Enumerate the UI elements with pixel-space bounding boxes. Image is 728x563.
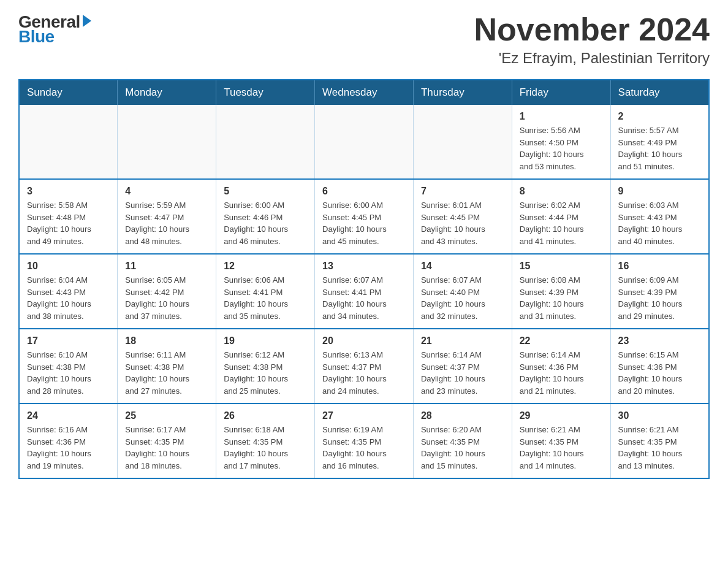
day-info: Sunrise: 5:57 AMSunset: 4:49 PMDaylight:… [618, 124, 701, 172]
calendar-cell: 23Sunrise: 6:15 AMSunset: 4:36 PMDayligh… [610, 329, 709, 404]
day-number: 10 [27, 261, 110, 272]
weekday-header-friday: Friday [512, 80, 610, 105]
day-info: Sunrise: 6:00 AMSunset: 4:45 PMDaylight:… [322, 199, 406, 247]
day-number: 21 [421, 335, 504, 347]
weekday-header-saturday: Saturday [610, 80, 709, 105]
weekday-header-thursday: Thursday [413, 80, 512, 105]
calendar-cell: 2Sunrise: 5:57 AMSunset: 4:49 PMDaylight… [610, 105, 709, 179]
calendar-cell: 10Sunrise: 6:04 AMSunset: 4:43 PMDayligh… [19, 254, 118, 329]
day-info: Sunrise: 6:03 AMSunset: 4:43 PMDaylight:… [618, 199, 701, 247]
calendar-cell: 8Sunrise: 6:02 AMSunset: 4:44 PMDaylight… [512, 179, 610, 254]
day-number: 16 [618, 261, 701, 272]
day-info: Sunrise: 6:06 AMSunset: 4:41 PMDaylight:… [224, 274, 307, 322]
day-number: 9 [618, 186, 701, 197]
calendar-cell: 29Sunrise: 6:21 AMSunset: 4:35 PMDayligh… [512, 404, 610, 478]
day-info: Sunrise: 6:10 AMSunset: 4:38 PMDaylight:… [27, 349, 110, 397]
day-info: Sunrise: 5:59 AMSunset: 4:47 PMDaylight:… [125, 199, 208, 247]
calendar-cell [315, 105, 414, 179]
day-info: Sunrise: 6:17 AMSunset: 4:35 PMDaylight:… [125, 424, 208, 472]
day-info: Sunrise: 6:01 AMSunset: 4:45 PMDaylight:… [421, 199, 504, 247]
day-number: 15 [520, 261, 603, 272]
weekday-header-monday: Monday [118, 80, 216, 105]
calendar-cell: 28Sunrise: 6:20 AMSunset: 4:35 PMDayligh… [413, 404, 512, 478]
calendar-cell: 16Sunrise: 6:09 AMSunset: 4:39 PMDayligh… [610, 254, 709, 329]
calendar-cell: 21Sunrise: 6:14 AMSunset: 4:37 PMDayligh… [413, 329, 512, 404]
weekday-header-tuesday: Tuesday [216, 80, 315, 105]
calendar-cell [216, 105, 315, 179]
logo-triangle-icon [83, 15, 91, 27]
day-number: 12 [224, 261, 307, 272]
week-row-1: 1Sunrise: 5:56 AMSunset: 4:50 PMDaylight… [19, 105, 709, 179]
day-number: 11 [125, 261, 208, 272]
day-number: 18 [125, 335, 208, 347]
day-info: Sunrise: 6:02 AMSunset: 4:44 PMDaylight:… [520, 199, 603, 247]
calendar-cell: 14Sunrise: 6:07 AMSunset: 4:40 PMDayligh… [413, 254, 512, 329]
calendar-cell: 5Sunrise: 6:00 AMSunset: 4:46 PMDaylight… [216, 179, 315, 254]
title-section: November 2024 'Ez Efrayim, Palestinian T… [474, 12, 710, 67]
calendar-cell: 9Sunrise: 6:03 AMSunset: 4:43 PMDaylight… [610, 179, 709, 254]
calendar-cell: 7Sunrise: 6:01 AMSunset: 4:45 PMDaylight… [413, 179, 512, 254]
day-info: Sunrise: 6:21 AMSunset: 4:35 PMDaylight:… [618, 424, 701, 472]
day-info: Sunrise: 6:05 AMSunset: 4:42 PMDaylight:… [125, 274, 208, 322]
calendar-cell: 27Sunrise: 6:19 AMSunset: 4:35 PMDayligh… [315, 404, 414, 478]
calendar-header-row: SundayMondayTuesdayWednesdayThursdayFrid… [19, 80, 709, 105]
calendar-cell: 19Sunrise: 6:12 AMSunset: 4:38 PMDayligh… [216, 329, 315, 404]
day-number: 2 [618, 111, 701, 122]
calendar-cell: 12Sunrise: 6:06 AMSunset: 4:41 PMDayligh… [216, 254, 315, 329]
day-number: 3 [27, 186, 110, 197]
calendar-cell: 4Sunrise: 5:59 AMSunset: 4:47 PMDaylight… [118, 179, 216, 254]
month-title: November 2024 [474, 12, 710, 47]
day-info: Sunrise: 6:11 AMSunset: 4:38 PMDaylight:… [125, 349, 208, 397]
calendar-cell: 3Sunrise: 5:58 AMSunset: 4:48 PMDaylight… [19, 179, 118, 254]
calendar-cell: 15Sunrise: 6:08 AMSunset: 4:39 PMDayligh… [512, 254, 610, 329]
day-number: 27 [322, 410, 406, 421]
week-row-2: 3Sunrise: 5:58 AMSunset: 4:48 PMDaylight… [19, 179, 709, 254]
weekday-header-wednesday: Wednesday [315, 80, 414, 105]
calendar-cell: 24Sunrise: 6:16 AMSunset: 4:36 PMDayligh… [19, 404, 118, 478]
day-info: Sunrise: 6:08 AMSunset: 4:39 PMDaylight:… [520, 274, 603, 322]
day-number: 14 [421, 261, 504, 272]
day-info: Sunrise: 6:15 AMSunset: 4:36 PMDaylight:… [618, 349, 701, 397]
day-number: 19 [224, 335, 307, 347]
calendar-cell [413, 105, 512, 179]
day-info: Sunrise: 6:20 AMSunset: 4:35 PMDaylight:… [421, 424, 504, 472]
day-info: Sunrise: 6:16 AMSunset: 4:36 PMDaylight:… [27, 424, 110, 472]
day-number: 1 [520, 111, 603, 122]
day-number: 17 [27, 335, 110, 347]
day-info: Sunrise: 6:00 AMSunset: 4:46 PMDaylight:… [224, 199, 307, 247]
calendar-cell: 18Sunrise: 6:11 AMSunset: 4:38 PMDayligh… [118, 329, 216, 404]
day-info: Sunrise: 5:58 AMSunset: 4:48 PMDaylight:… [27, 199, 110, 247]
calendar-cell: 22Sunrise: 6:14 AMSunset: 4:36 PMDayligh… [512, 329, 610, 404]
logo: General Blue [18, 12, 91, 47]
calendar-cell [19, 105, 118, 179]
week-row-4: 17Sunrise: 6:10 AMSunset: 4:38 PMDayligh… [19, 329, 709, 404]
calendar-cell: 25Sunrise: 6:17 AMSunset: 4:35 PMDayligh… [118, 404, 216, 478]
day-info: Sunrise: 6:04 AMSunset: 4:43 PMDaylight:… [27, 274, 110, 322]
logo-blue-text: Blue [18, 27, 55, 47]
calendar-cell: 11Sunrise: 6:05 AMSunset: 4:42 PMDayligh… [118, 254, 216, 329]
day-number: 22 [520, 335, 603, 347]
day-number: 24 [27, 410, 110, 421]
calendar-cell: 26Sunrise: 6:18 AMSunset: 4:35 PMDayligh… [216, 404, 315, 478]
day-info: Sunrise: 6:21 AMSunset: 4:35 PMDaylight:… [520, 424, 603, 472]
day-number: 5 [224, 186, 307, 197]
calendar-cell: 13Sunrise: 6:07 AMSunset: 4:41 PMDayligh… [315, 254, 414, 329]
day-number: 7 [421, 186, 504, 197]
day-number: 6 [322, 186, 406, 197]
weekday-header-sunday: Sunday [19, 80, 118, 105]
day-info: Sunrise: 6:07 AMSunset: 4:40 PMDaylight:… [421, 274, 504, 322]
page-header: General Blue November 2024 'Ez Efrayim, … [18, 12, 710, 67]
calendar-cell: 30Sunrise: 6:21 AMSunset: 4:35 PMDayligh… [610, 404, 709, 478]
calendar-cell: 6Sunrise: 6:00 AMSunset: 4:45 PMDaylight… [315, 179, 414, 254]
calendar-cell: 17Sunrise: 6:10 AMSunset: 4:38 PMDayligh… [19, 329, 118, 404]
location-title: 'Ez Efrayim, Palestinian Territory [474, 50, 710, 67]
day-number: 26 [224, 410, 307, 421]
day-info: Sunrise: 6:14 AMSunset: 4:36 PMDaylight:… [520, 349, 603, 397]
day-info: Sunrise: 6:09 AMSunset: 4:39 PMDaylight:… [618, 274, 701, 322]
day-number: 30 [618, 410, 701, 421]
day-number: 20 [322, 335, 406, 347]
day-info: Sunrise: 5:56 AMSunset: 4:50 PMDaylight:… [520, 124, 603, 172]
day-number: 23 [618, 335, 701, 347]
calendar-cell: 20Sunrise: 6:13 AMSunset: 4:37 PMDayligh… [315, 329, 414, 404]
calendar-cell [118, 105, 216, 179]
